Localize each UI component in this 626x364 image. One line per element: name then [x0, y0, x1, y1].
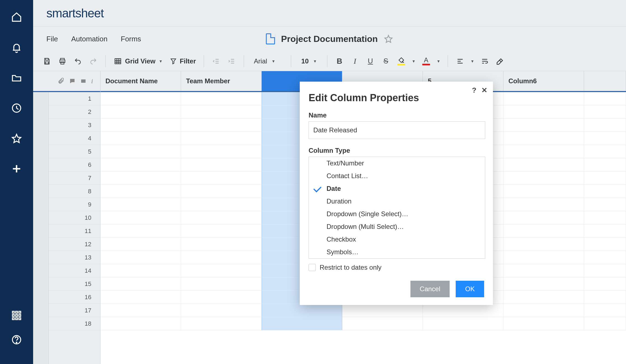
column-type-option[interactable]: Checkbox [309, 233, 485, 246]
cell[interactable] [584, 198, 626, 211]
cell[interactable] [100, 238, 181, 251]
cell[interactable] [503, 211, 584, 224]
column-header[interactable]: Column6 [503, 71, 584, 91]
cell[interactable] [262, 304, 342, 317]
cell[interactable] [503, 145, 584, 158]
cell[interactable] [181, 317, 262, 330]
cell[interactable] [584, 251, 626, 264]
cell[interactable] [181, 92, 262, 105]
cell[interactable] [503, 251, 584, 264]
cell[interactable] [584, 224, 626, 238]
menu-file[interactable]: File [46, 35, 58, 43]
cell[interactable] [181, 277, 262, 291]
cell[interactable] [503, 185, 584, 198]
row-number[interactable]: 13 [49, 251, 100, 264]
cell[interactable] [181, 224, 262, 238]
cell[interactable] [503, 158, 584, 172]
cell[interactable] [100, 304, 181, 317]
cell[interactable] [503, 105, 584, 119]
cell[interactable] [181, 185, 262, 198]
row-number[interactable]: 1 [49, 92, 100, 105]
clear-format-icon[interactable] [494, 55, 507, 68]
cell[interactable] [181, 105, 262, 119]
row-number[interactable]: 3 [49, 119, 100, 132]
cell[interactable] [100, 251, 181, 264]
favorites-icon[interactable] [10, 132, 23, 144]
dialog-help-icon[interactable]: ? [472, 86, 476, 95]
attachments-icon[interactable] [58, 78, 65, 84]
cell[interactable] [181, 251, 262, 264]
cell[interactable] [100, 105, 181, 119]
cell[interactable] [423, 317, 503, 330]
cell[interactable] [584, 172, 626, 185]
menu-forms[interactable]: Forms [121, 35, 141, 43]
cell[interactable] [100, 198, 181, 211]
cell[interactable] [100, 264, 181, 277]
underline-icon[interactable]: U [364, 55, 377, 68]
menu-automation[interactable]: Automation [71, 35, 108, 43]
cell[interactable] [503, 119, 584, 132]
ok-button[interactable]: OK [456, 281, 484, 297]
cell[interactable] [181, 198, 262, 211]
cell[interactable] [584, 185, 626, 198]
cell[interactable] [181, 291, 262, 304]
column-header[interactable]: Document Name [100, 71, 181, 91]
caret-down-icon[interactable]: ▼ [410, 59, 417, 63]
sheet-title[interactable]: Project Documentation [281, 34, 378, 44]
caret-down-icon[interactable]: ▼ [435, 59, 442, 63]
cell[interactable] [181, 132, 262, 145]
cell[interactable] [503, 172, 584, 185]
cell[interactable] [584, 92, 626, 105]
font-size-select[interactable]: 10 ▼ [297, 57, 322, 65]
text-color-button[interactable]: A [420, 55, 433, 68]
row-number[interactable]: 6 [49, 158, 100, 172]
cell[interactable] [100, 317, 181, 330]
cell[interactable] [503, 92, 584, 105]
row-number[interactable]: 2 [49, 105, 100, 119]
cell[interactable] [584, 145, 626, 158]
column-type-option[interactable]: Text/Number [309, 157, 485, 170]
row-number[interactable]: 9 [49, 198, 100, 211]
cell[interactable] [262, 317, 342, 330]
cell[interactable] [584, 119, 626, 132]
cell[interactable] [503, 224, 584, 238]
font-family-select[interactable]: Arial ▼ [250, 57, 285, 65]
row-number[interactable]: 16 [49, 291, 100, 304]
cell[interactable] [181, 158, 262, 172]
apps-icon[interactable] [10, 309, 23, 322]
cell[interactable] [100, 277, 181, 291]
cell[interactable] [342, 317, 423, 330]
row-number[interactable]: 14 [49, 264, 100, 277]
info-icon[interactable]: i [91, 77, 93, 85]
column-header[interactable] [584, 71, 626, 91]
home-icon[interactable] [10, 11, 23, 23]
cell[interactable] [100, 291, 181, 304]
cell[interactable] [100, 185, 181, 198]
notifications-icon[interactable] [10, 41, 23, 53]
cell[interactable] [503, 291, 584, 304]
restrict-checkbox[interactable] [309, 264, 316, 271]
row-number[interactable]: 8 [49, 185, 100, 198]
help-icon[interactable] [10, 334, 23, 346]
column-type-option[interactable]: Contact List… [309, 170, 485, 182]
view-switcher[interactable]: Grid View ▼ [111, 57, 165, 65]
row-number[interactable]: 4 [49, 132, 100, 145]
dialog-close-icon[interactable]: ✕ [481, 86, 487, 95]
print-icon[interactable] [56, 55, 69, 68]
cell[interactable] [584, 158, 626, 172]
filter-button[interactable]: Filter [168, 57, 198, 65]
comments-icon[interactable] [69, 78, 76, 84]
cell[interactable] [100, 158, 181, 172]
row-number[interactable]: 10 [49, 211, 100, 224]
cell[interactable] [584, 105, 626, 119]
cell[interactable] [181, 172, 262, 185]
cell[interactable] [503, 304, 584, 317]
cell[interactable] [503, 264, 584, 277]
cell[interactable] [584, 277, 626, 291]
cell[interactable] [342, 304, 423, 317]
cell[interactable] [100, 145, 181, 158]
cell[interactable] [584, 304, 626, 317]
cell[interactable] [584, 238, 626, 251]
cell[interactable] [503, 132, 584, 145]
column-type-option[interactable]: Symbols… [309, 246, 485, 258]
